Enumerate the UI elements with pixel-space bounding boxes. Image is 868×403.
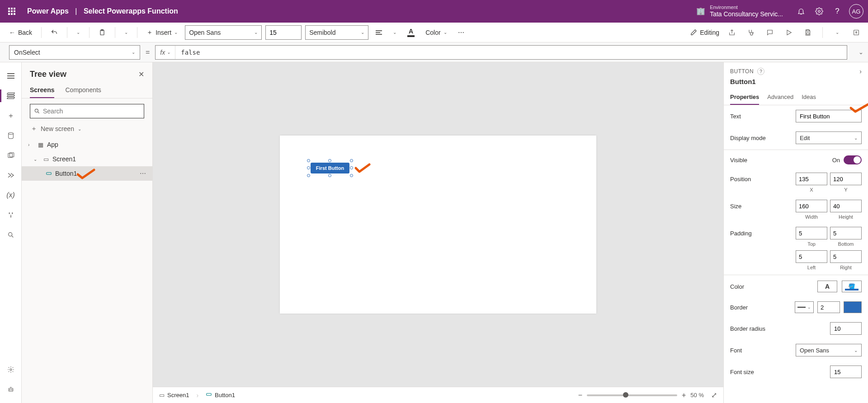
text-color-button[interactable]: A	[817, 281, 837, 292]
canvas-stage[interactable]: First Button	[153, 62, 723, 387]
advanced-tools-nav[interactable]	[2, 206, 20, 224]
search-nav[interactable]	[2, 226, 20, 244]
undo-button[interactable]	[47, 27, 61, 38]
zoom-out[interactable]: −	[578, 391, 582, 399]
font-weight-dropdown[interactable]: Semibold ⌄	[305, 25, 368, 40]
notifications-button[interactable]	[792, 2, 810, 20]
text-input[interactable]	[796, 110, 862, 122]
align-button[interactable]	[372, 28, 386, 37]
fill-color-button[interactable]: 🪣	[842, 281, 862, 292]
app-launcher[interactable]	[5, 4, 19, 19]
user-avatar[interactable]: AG	[849, 4, 863, 19]
expand-formula-bar[interactable]: ⌄	[854, 49, 868, 56]
publish-button[interactable]	[850, 26, 863, 39]
preview-button[interactable]	[783, 26, 795, 39]
font-size-prop-label: Font size	[730, 369, 826, 375]
paste-button[interactable]	[95, 27, 109, 38]
font-family-dropdown[interactable]: Open Sans ⌄	[185, 25, 262, 40]
font-dropdown[interactable]: Open Sans ⌄	[796, 344, 862, 356]
virtual-agent-nav[interactable]	[2, 380, 20, 398]
tree-item-app[interactable]: › ▦ App	[22, 137, 152, 152]
padding-top-input[interactable]	[796, 227, 827, 239]
save-split[interactable]: ⌄	[831, 26, 844, 39]
fit-to-window[interactable]: ⤢	[711, 391, 717, 399]
expand-icon[interactable]: ›	[28, 142, 34, 147]
share-button[interactable]	[726, 26, 738, 39]
close-tree-view[interactable]: ✕	[138, 70, 144, 79]
formula-input[interactable]	[175, 46, 847, 59]
tab-components[interactable]: Components	[65, 83, 101, 98]
tab-advanced[interactable]: Advanced	[767, 90, 793, 105]
border-color-button[interactable]	[844, 301, 862, 313]
command-bar: ← Back ⌄ ⌄ ＋ Insert ⌄ Open Sans ⌄ Semibo…	[0, 23, 868, 42]
media-nav[interactable]	[2, 146, 20, 164]
new-screen-button[interactable]: ＋ New screen ⌄	[22, 122, 152, 136]
control-name[interactable]: Button1	[724, 78, 868, 90]
property-selector[interactable]: OnSelect ⌄	[9, 45, 140, 60]
help-icon[interactable]: ?	[757, 68, 764, 75]
padding-right-input[interactable]	[830, 250, 862, 263]
paste-split[interactable]: ⌄	[121, 28, 132, 37]
tree-search-input[interactable]	[43, 108, 140, 115]
title-separator: |	[75, 7, 77, 15]
tree-item-button1[interactable]: Button1 ⋯	[22, 166, 152, 181]
data-nav[interactable]	[2, 127, 20, 145]
comments-button[interactable]	[764, 26, 776, 39]
tab-properties[interactable]: Properties	[730, 90, 759, 105]
back-button[interactable]: ← Back	[5, 27, 36, 38]
zoom-in[interactable]: +	[682, 391, 686, 399]
zoom-slider[interactable]	[587, 394, 677, 396]
undo-split[interactable]: ⌄	[73, 28, 84, 37]
insert-nav[interactable]: ＋	[2, 107, 20, 125]
fx-label[interactable]: fx ⌄	[156, 46, 175, 59]
svg-point-10	[8, 233, 12, 236]
environment-picker[interactable]: 🏢 Environment Tata Consultancy Servic...	[696, 5, 783, 18]
visible-toggle[interactable]	[844, 155, 862, 164]
editing-label: Editing	[700, 29, 719, 36]
border-radius-label: Border radius	[730, 325, 826, 332]
breadcrumb-screen[interactable]: ▭ Screen1	[159, 392, 189, 398]
width-input[interactable]	[796, 200, 827, 212]
chevron-down-icon: ⌄	[254, 30, 258, 35]
border-style-dropdown[interactable]: ⌄	[795, 301, 814, 313]
collapse-panel[interactable]: ›	[859, 68, 862, 75]
tree-view-nav[interactable]	[2, 87, 20, 105]
tab-screens[interactable]: Screens	[30, 83, 54, 98]
position-y-input[interactable]	[830, 173, 862, 185]
editing-mode-button[interactable]: Editing	[690, 29, 719, 36]
tree-search-box[interactable]	[30, 104, 144, 118]
app-checker-button[interactable]	[745, 26, 757, 39]
settings-button[interactable]	[810, 2, 828, 20]
variables-nav[interactable]: (x)	[2, 186, 20, 204]
more-commands[interactable]: ⋯	[454, 27, 468, 38]
visible-label: Visible	[730, 157, 828, 164]
chevron-down-icon: ⌄	[393, 30, 396, 35]
hamburger-menu[interactable]	[2, 67, 20, 85]
help-button[interactable]: ?	[828, 2, 846, 20]
font-size-prop-input[interactable]	[830, 366, 862, 378]
insert-button[interactable]: ＋ Insert ⌄	[143, 27, 181, 38]
screen-surface[interactable]: First Button	[280, 136, 596, 314]
tree-item-more[interactable]: ⋯	[137, 170, 149, 177]
power-automate-nav[interactable]	[2, 166, 20, 184]
font-color-button[interactable]: A	[404, 26, 418, 39]
color-label-button[interactable]: Color ⌄	[422, 27, 450, 38]
save-button[interactable]	[802, 26, 814, 39]
breadcrumb-control[interactable]: Button1	[206, 391, 235, 399]
tab-ideas[interactable]: Ideas	[802, 90, 816, 105]
display-mode-dropdown[interactable]: Edit ⌄	[796, 131, 862, 144]
tree-item-screen1[interactable]: ⌄ ▭ Screen1	[22, 152, 152, 166]
border-width-input[interactable]	[817, 301, 840, 313]
selection-handles[interactable]	[309, 161, 351, 175]
height-input[interactable]	[830, 200, 862, 212]
position-x-input[interactable]	[796, 173, 827, 185]
align-split[interactable]: ⌄	[389, 28, 400, 37]
canvas-button-control[interactable]: First Button	[311, 163, 349, 173]
font-size-input[interactable]	[265, 25, 302, 40]
padding-left-input[interactable]	[796, 250, 827, 263]
padding-bottom-input[interactable]	[830, 227, 862, 239]
border-radius-input[interactable]	[830, 322, 862, 335]
settings-nav[interactable]	[2, 361, 20, 379]
collapse-icon[interactable]: ⌄	[33, 157, 40, 162]
svg-point-13	[9, 389, 10, 390]
